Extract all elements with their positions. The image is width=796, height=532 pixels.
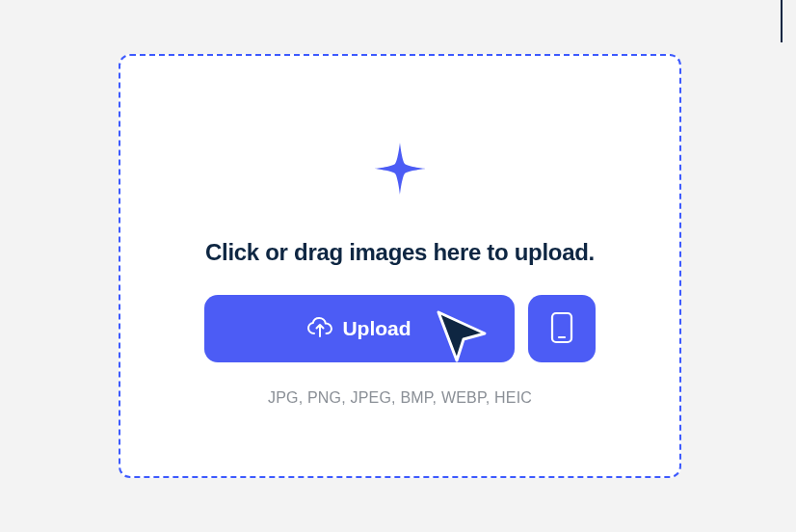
cloud-upload-icon [307,317,332,341]
supported-formats-text: JPG, PNG, JPEG, BMP, WEBP, HEIC [268,389,532,407]
dropzone-heading: Click or drag images here to upload. [205,239,595,266]
mobile-phone-icon [550,311,573,347]
window-edge [781,0,783,42]
upload-button-label: Upload [342,317,411,340]
upload-button[interactable]: Upload [204,295,515,362]
mobile-upload-button[interactable] [528,295,596,362]
upload-dropzone[interactable]: Click or drag images here to upload. Upl… [119,54,681,478]
sparkle-icon [372,141,428,197]
button-row: Upload [204,295,596,362]
